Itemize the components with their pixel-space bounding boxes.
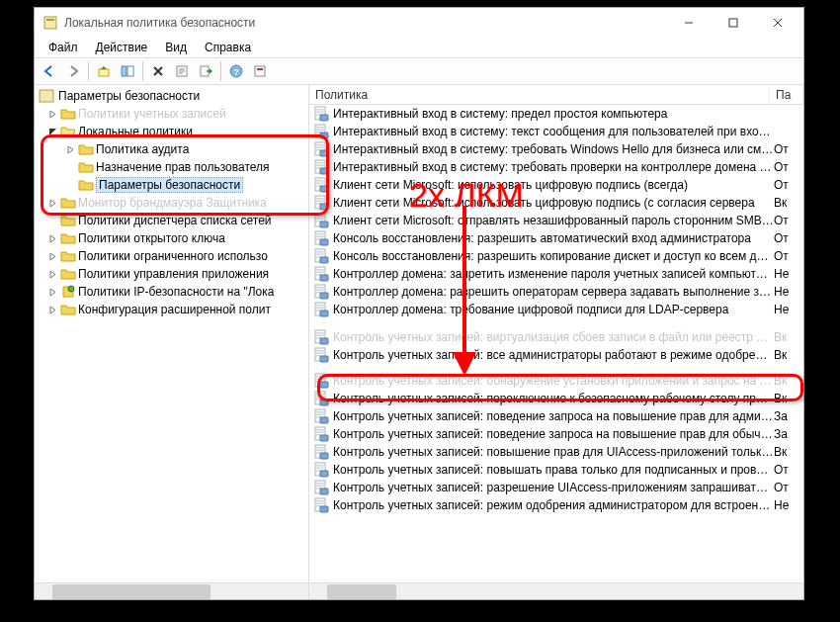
tree-scrollbar-h[interactable] [35,582,308,599]
svg-rect-78 [316,305,324,307]
forward-button[interactable] [62,60,84,82]
policy-name: Консоль восстановления: разрешить автома… [333,231,774,245]
policy-value: Вк [774,392,803,405]
policy-row[interactable]: Контроль учетных записей: режим одобрени… [309,496,803,514]
policy-row[interactable]: Интерактивный вход в систему: текст сооб… [309,123,803,140]
policy-row[interactable]: Контроль учетных записей: виртуализация … [309,328,803,346]
svg-rect-23 [316,109,324,111]
list-scrollbar-h[interactable] [309,582,803,599]
column-policy[interactable]: Политика [309,86,770,104]
policy-row[interactable]: Интерактивный вход в систему: требовать … [309,158,803,176]
tree-expand-icon[interactable] [46,286,58,298]
policy-value: Не [774,267,803,281]
tree-item[interactable]: Монитор брандмауэра Защитника [41,194,308,212]
policy-row[interactable]: Контроль учетных записей: повышать права… [309,461,803,479]
policy-icon [313,480,329,495]
svg-rect-103 [316,411,324,413]
menu-file[interactable]: Файл [41,39,86,56]
policy-name: Интерактивный вход в систему: текст сооб… [333,125,774,138]
maximize-button[interactable] [711,9,755,37]
policy-row[interactable]: Контроллер домена: требование цифровой п… [309,301,803,318]
tree-root[interactable]: Параметры безопасности [35,87,308,105]
policy-name: Контроллер домена: запретить изменение п… [333,267,774,281]
delete-button[interactable] [147,60,169,82]
minimize-button[interactable] [666,9,711,37]
tree-item[interactable]: Политики IP-безопасности на "Лока [41,283,308,301]
policy-icon [313,426,329,442]
policy-row[interactable]: Контроль учетных записей: все администра… [309,346,803,364]
tree-expand-icon[interactable] [46,232,58,244]
policy-row[interactable]: Контроллер домена: разрешить операторам … [309,283,803,301]
back-button[interactable] [39,60,60,82]
column-param[interactable]: Па [770,86,803,104]
policy-row[interactable]: Интерактивный вход в систему: требовать … [309,140,803,158]
policy-row[interactable]: Интерактивный вход в систему: предел про… [309,105,803,123]
tree-item[interactable]: Политика аудита [41,140,308,158]
policy-row[interactable]: Контроль учетных записей: разрешение UIA… [309,479,803,496]
policy-name: Контроль учетных записей: повышение прав… [333,445,774,459]
tree-item[interactable]: Конфигурация расширенной полит [41,301,308,318]
tree-item[interactable]: Параметры безопасности [41,176,308,194]
policy-row[interactable]: Контроль учетных записей: переключение к… [309,390,803,407]
tree-item[interactable]: Локальные политики [41,123,308,140]
policy-row[interactable]: Консоль восстановления: разрешить автома… [309,229,803,247]
tree-item[interactable]: Политики ограниченного использо [41,247,308,265]
list-body[interactable]: Интерактивный вход в систему: предел про… [309,105,803,582]
tree-item[interactable]: Политики диспетчера списка сетей [41,212,308,229]
menu-action[interactable]: Действие [88,39,156,56]
policy-row[interactable]: Контроль учетных записей: поведение запр… [309,425,803,443]
folder-icon [60,285,76,299]
up-button[interactable] [93,60,115,82]
tree-item[interactable]: Назначение прав пользователя [41,158,308,176]
titlebar: Локальная политика безопасности [35,8,803,38]
svg-rect-91 [320,356,328,362]
policy-row[interactable]: Контроль учетных записей: обнаружение ус… [309,372,803,390]
policy-row[interactable]: Контроль учетных записей: поведение запр… [309,407,803,425]
tree-expand-icon[interactable] [46,108,58,120]
policy-row[interactable]: Контроллер домена: запретить изменение п… [309,265,803,283]
svg-rect-126 [320,489,328,494]
policy-row[interactable]: Клиент сети Microsoft: использовать цифр… [309,194,803,212]
policy-row[interactable]: Клиент сети Microsoft: отправлять незаши… [309,212,803,229]
tree-expand-icon[interactable] [64,143,76,155]
policy-value: От [774,214,803,227]
policy-name: Контроль учетных записей: обнаружение ус… [333,374,774,388]
policy-name: Контроллер домена: разрешить операторам … [333,285,774,299]
menu-view[interactable]: Вид [157,39,195,56]
tree-expand-icon[interactable] [46,250,58,262]
policy-value: От [774,142,803,156]
svg-rect-66 [320,257,328,263]
policy-name: Контроль учетных записей: все администра… [333,348,774,362]
policy-name: Интерактивный вход в систему: предел про… [333,107,774,121]
tree-expand-icon[interactable] [46,304,58,315]
show-hide-tree-button[interactable] [117,60,138,82]
window-title: Локальная политика безопасности [64,16,666,30]
properties-button[interactable] [171,60,193,82]
svg-rect-38 [316,162,324,164]
tree-pane[interactable]: Параметры безопасности Политики учетных … [35,85,309,599]
svg-rect-88 [316,350,324,352]
close-button[interactable] [755,9,799,37]
export-button[interactable] [195,60,216,82]
policy-row[interactable]: Клиент сети Microsoft: использовать цифр… [309,176,803,194]
policy-row[interactable]: Консоль восстановления: разрешить копиро… [309,247,803,265]
tree-expand-icon[interactable] [46,197,58,209]
svg-rect-123 [316,483,324,485]
svg-rect-113 [316,447,324,449]
tree-item[interactable]: Политики управления приложения [41,265,308,283]
menu-help[interactable]: Справка [197,39,259,56]
toolbar: ? [35,57,803,85]
svg-rect-41 [320,168,328,174]
folder-icon [60,303,76,316]
svg-rect-129 [316,503,324,505]
tree-expand-icon[interactable] [46,268,58,280]
tree-item[interactable]: Политики открытого ключа [41,229,308,247]
policy-row[interactable]: Контроль учетных записей: повышение прав… [309,443,803,461]
tree-item[interactable]: Политики учетных записей [41,105,308,123]
tree-expand-icon[interactable] [46,126,58,137]
svg-rect-0 [44,17,56,29]
help-button[interactable]: ? [225,60,247,82]
refresh-button[interactable] [249,60,271,82]
separator [88,61,89,81]
svg-rect-26 [320,115,328,121]
